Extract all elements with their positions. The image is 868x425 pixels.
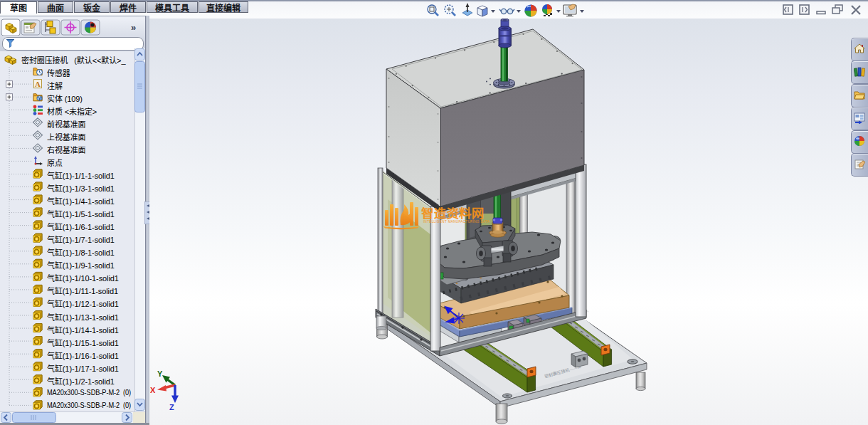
svg-text:X: X — [150, 386, 156, 394]
svg-text:Z: Z — [169, 403, 174, 411]
svg-text:INTELLIGENT MANUFACTURING DATA: INTELLIGENT MANUFACTURING DATA — [423, 220, 490, 224]
svg-text:Y: Y — [157, 369, 163, 378]
svg-text:A: A — [35, 80, 41, 88]
svg-text:智造资料网: 智造资料网 — [421, 204, 485, 221]
